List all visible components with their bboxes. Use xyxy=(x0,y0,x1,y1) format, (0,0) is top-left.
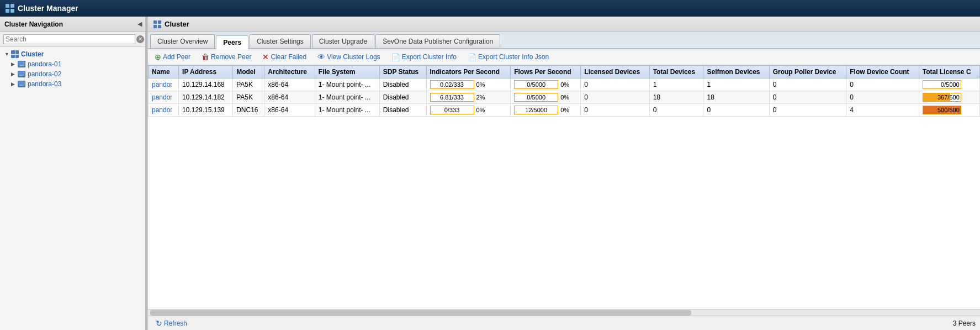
cell-model-0: PA5K xyxy=(233,78,264,91)
refresh-icon: ↻ xyxy=(156,319,162,328)
svg-rect-1 xyxy=(10,4,14,8)
cluster-link[interactable]: Cluster xyxy=(21,50,44,58)
svg-rect-2 xyxy=(6,9,9,13)
cell-licensed-1: 0 xyxy=(581,91,649,104)
col-total-devices: Total Devices xyxy=(649,66,703,78)
titlebar: Cluster Manager xyxy=(0,0,980,17)
logs-icon: 👁 xyxy=(317,53,325,61)
tab-peers[interactable]: Peers xyxy=(216,35,248,49)
cell-ip-1: 10.129.14.182 xyxy=(179,91,233,104)
content-header: Cluster xyxy=(148,17,980,32)
export-cluster-info-button[interactable]: 📄 Export Cluster Info xyxy=(388,52,460,62)
peers-count: 3 Peers xyxy=(953,319,976,327)
cell-name-0: pandor xyxy=(149,78,179,91)
cell-flow-device-2: 4 xyxy=(846,104,919,117)
tree-item-pandora-02[interactable]: ▶ pandora-02 xyxy=(2,69,145,79)
cell-name-2: pandor xyxy=(149,104,179,117)
tree-item-cluster[interactable]: ▼ Cluster xyxy=(2,49,145,59)
server-icon-pandora01 xyxy=(18,61,25,67)
scrollbar-thumb[interactable] xyxy=(150,310,691,316)
peer-name-link-1[interactable]: pandor xyxy=(152,93,172,101)
cell-flow-device-1: 0 xyxy=(846,91,919,104)
peer-name-link-0[interactable]: pandor xyxy=(152,81,172,88)
cluster-manager-icon xyxy=(6,4,14,13)
cell-total-devices-0: 1 xyxy=(649,78,703,91)
col-ip: IP Address xyxy=(179,66,233,78)
tab-cluster-settings[interactable]: Cluster Settings xyxy=(250,34,311,48)
expand-icon-pandora03: ▶ xyxy=(11,81,15,87)
cell-fs-1: 1- Mount point- ... xyxy=(315,91,379,104)
expand-icon-cluster: ▼ xyxy=(4,51,9,57)
cell-ip-0: 10.129.14.168 xyxy=(179,78,233,91)
horizontal-scrollbar[interactable] xyxy=(148,309,980,316)
sidebar-header: Cluster Navigation ◀ xyxy=(0,17,147,32)
col-filesystem: File System xyxy=(315,66,379,78)
table-wrapper: Name IP Address Model Architecture File … xyxy=(148,65,980,309)
peer-name-link-2[interactable]: pandor xyxy=(152,106,172,114)
search-clear-button[interactable]: ✕ xyxy=(136,35,144,43)
svg-rect-3 xyxy=(10,9,14,13)
expand-icon-pandora02: ▶ xyxy=(11,71,15,77)
table-row: pandor10.129.14.182PA5Kx86-641- Mount po… xyxy=(149,91,980,104)
col-arch: Architecture xyxy=(264,66,315,78)
expand-icon-pandora01: ▶ xyxy=(11,61,15,67)
svg-rect-6 xyxy=(153,25,157,28)
nav-tree: ▼ Cluster ▶ pandora-01 ▶ pandora-02 ▶ xyxy=(0,47,147,330)
pandora02-link[interactable]: pandora-02 xyxy=(28,70,61,78)
content-title: Cluster xyxy=(165,20,189,28)
col-group-poller: Group Poller Device xyxy=(769,66,846,78)
table-row: pandor10.129.15.139DNC16x86-641- Mount p… xyxy=(149,104,980,117)
sidebar: Cluster Navigation ◀ ✕ ▼ Cluster ▶ pan xyxy=(0,17,148,330)
cell-flows-1: 0/5000 0% xyxy=(511,91,581,104)
col-selfmon: Selfmon Devices xyxy=(703,66,769,78)
tree-item-pandora-01[interactable]: ▶ pandora-01 xyxy=(2,59,145,69)
search-input[interactable] xyxy=(6,35,133,43)
cell-licensed-2: 0 xyxy=(581,104,649,117)
table-body: pandor10.129.14.168PA5Kx86-641- Mount po… xyxy=(149,78,980,117)
cell-arch-1: x86-64 xyxy=(264,91,315,104)
col-sdp: SDP Status xyxy=(379,66,426,78)
cluster-icon xyxy=(11,50,19,58)
export-cluster-info-json-button[interactable]: 📄 Export Cluster Info Json xyxy=(464,52,552,62)
clear-icon: ✕ xyxy=(262,53,269,61)
svg-rect-4 xyxy=(153,20,157,24)
pandora03-link[interactable]: pandora-03 xyxy=(28,80,61,88)
cell-total-devices-2: 0 xyxy=(649,104,703,117)
cell-indicators-1: 6.81/333 2% xyxy=(426,91,511,104)
col-indicators: Indicators Per Second xyxy=(426,66,511,78)
cell-fs-0: 1- Mount point- ... xyxy=(315,78,379,91)
col-model: Model xyxy=(233,66,264,78)
view-cluster-logs-button[interactable]: 👁 View Cluster Logs xyxy=(314,51,384,62)
toolbar: ⊕ Add Peer 🗑 Remove Peer ✕ Clear Failed … xyxy=(148,49,980,65)
refresh-button[interactable]: ↻ Refresh xyxy=(152,318,190,329)
cell-sdp-0: Disabled xyxy=(379,78,426,91)
sidebar-minimize-button[interactable]: ◀ xyxy=(136,20,143,28)
col-flows: Flows Per Second xyxy=(511,66,581,78)
col-flow-device: Flow Device Count xyxy=(846,66,919,78)
cell-fs-2: 1- Mount point- ... xyxy=(315,104,379,117)
clear-failed-button[interactable]: ✕ Clear Failed xyxy=(259,51,310,62)
footer: ↻ Refresh 3 Peers xyxy=(148,316,980,330)
tab-cluster-overview[interactable]: Cluster Overview xyxy=(150,34,215,48)
add-icon: ⊕ xyxy=(155,53,161,61)
pandora01-link[interactable]: pandora-01 xyxy=(28,60,61,68)
svg-rect-7 xyxy=(158,25,161,28)
cell-group-poller-2: 0 xyxy=(769,104,846,117)
tabs-bar: Cluster Overview Peers Cluster Settings … xyxy=(148,32,980,49)
cell-flow-device-0: 0 xyxy=(846,78,919,91)
remove-peer-button[interactable]: 🗑 Remove Peer xyxy=(198,51,255,62)
cell-group-poller-0: 0 xyxy=(769,78,846,91)
peers-table: Name IP Address Model Architecture File … xyxy=(148,65,980,117)
cell-indicators-0: 0.02/333 0% xyxy=(426,78,511,91)
server-icon-pandora02 xyxy=(18,71,25,77)
cell-model-1: PA5K xyxy=(233,91,264,104)
add-peer-button[interactable]: ⊕ Add Peer xyxy=(151,51,194,62)
tree-item-pandora-03[interactable]: ▶ pandora-03 xyxy=(2,79,145,89)
server-icon-pandora03 xyxy=(18,81,25,87)
resize-handle[interactable] xyxy=(145,17,147,330)
cell-name-1: pandor xyxy=(149,91,179,104)
tab-sevone-publisher[interactable]: SevOne Data Publisher Configuration xyxy=(375,34,500,48)
tab-cluster-upgrade[interactable]: Cluster Upgrade xyxy=(312,34,374,48)
svg-rect-5 xyxy=(158,20,161,24)
cell-arch-0: x86-64 xyxy=(264,78,315,91)
